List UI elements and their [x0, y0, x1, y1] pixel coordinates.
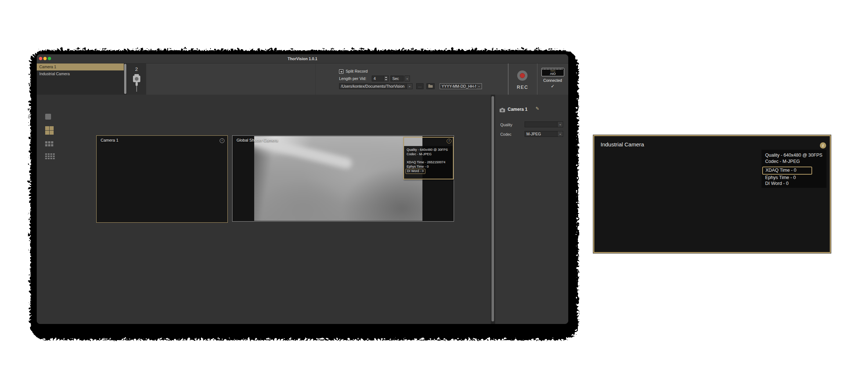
camera-list-item-camera-1[interactable]: Camera 1: [37, 63, 124, 70]
stepper-arrows[interactable]: [383, 76, 388, 81]
camera-icon: [500, 108, 505, 112]
toolbar: Camera 1 Industrial Camera 2 Split Recor…: [37, 63, 568, 95]
camera-settings-panel: Camera 1 ✎ Quality ⌄ Codec M-JPEG ⌄: [495, 95, 568, 324]
toolbar-separator: [508, 63, 508, 95]
toolbar-separator: [315, 63, 316, 95]
stat-xdaq-time: XDAQ Time - 2652150074: [407, 160, 453, 165]
length-per-vid-stepper[interactable]: 4: [372, 76, 389, 81]
stat-ephys-time: Ephys Time - 0: [765, 175, 826, 181]
quality-value: [525, 122, 557, 127]
edit-name-button[interactable]: ✎: [536, 106, 539, 111]
stat-quality: Quality - 640x480 @ 30FPS: [765, 152, 826, 158]
layout-4x3-button[interactable]: [45, 153, 55, 160]
camera-panel-title: Camera 1: [101, 138, 118, 142]
viewport-area: Camera 1 i Global Shutter Camera i Quali…: [37, 95, 491, 324]
connection-status-label: Connected: [537, 78, 568, 83]
length-unit-select[interactable]: ⌄: [404, 76, 410, 81]
quality-label: Quality: [500, 123, 512, 127]
chevron-down-icon: ⌄: [557, 122, 563, 127]
chevron-down-icon: ⌄: [405, 76, 410, 81]
detached-window-title: Industrial Camera: [601, 141, 644, 147]
stat-quality: Quality - 640x480 @ 30FPS: [407, 148, 453, 152]
stat-codec: Codec - M-JPEG: [765, 158, 826, 165]
length-unit-value[interactable]: Sec: [390, 76, 404, 81]
filename-format-select[interactable]: YYYY-MM-DD_HH-MM-SS ⌄: [440, 83, 482, 89]
camera-list-scrollbar[interactable]: [124, 63, 127, 95]
desktop: { "colors": { "accent_gold": "#b49c67", …: [0, 0, 868, 390]
stat-codec: Codec - M-JPEG: [407, 152, 453, 157]
stats-overlay: Quality - 640x480 @ 30FPS Codec - M-JPEG…: [404, 146, 453, 179]
info-icon[interactable]: i: [220, 138, 224, 143]
stats-overlay-highlight: i Quality - 640x480 @ 30FPS Codec - M-JP…: [403, 137, 454, 179]
titlebar: ThorVision 1.0.1: [37, 54, 568, 63]
content-area: Camera 1 i Global Shutter Camera i Quali…: [37, 95, 568, 324]
open-folder-button[interactable]: [426, 83, 435, 89]
split-record-label: Split Record: [346, 69, 368, 73]
record-button[interactable]: [517, 70, 527, 81]
device-brand-label: XDAQ: [544, 70, 562, 72]
info-icon[interactable]: i: [820, 142, 826, 149]
window-title: ThorVision 1.0.1: [37, 54, 568, 63]
settings-panel-scrollbar[interactable]: [491, 95, 495, 324]
detached-camera-window[interactable]: Industrial Camera i Quality - 640x480 @ …: [593, 135, 831, 253]
codec-label: Codec: [500, 132, 511, 136]
usb-status-panel: 2: [127, 63, 146, 95]
layout-3x2-button[interactable]: [45, 141, 53, 146]
usb-device-count: 2: [127, 66, 146, 72]
layout-2x2-button[interactable]: [45, 126, 54, 135]
codec-value: M-JPEG: [525, 131, 557, 136]
length-per-vid-label: Length per Vid:: [339, 76, 366, 81]
chevron-down-icon: ⌄: [476, 84, 482, 89]
main-window: ThorVision 1.0.1 Camera 1 Industrial Cam…: [37, 54, 568, 324]
stat-di-word: DI Word - 0: [406, 169, 425, 174]
chevron-down-icon: ⌄: [557, 131, 563, 136]
camera-panel-title: Global Shutter Camera: [237, 138, 278, 142]
camera-video-frame: [254, 136, 422, 221]
stat-ephys-time: Ephys Time - 0: [407, 165, 453, 169]
folder-icon: [428, 85, 433, 88]
camera-list: Camera 1 Industrial Camera: [37, 63, 124, 95]
camera-panel-camera-1[interactable]: Camera 1 i: [96, 135, 228, 223]
stat-di-word: DI Word - 0: [765, 181, 826, 187]
stats-overlay: Quality - 640x480 @ 30FPS Codec - M-JPEG…: [761, 150, 826, 188]
camera-panel-global-shutter[interactable]: Global Shutter Camera i Quality - 640x48…: [232, 135, 454, 222]
browse-path-button[interactable]: …: [416, 83, 424, 89]
split-record-checkbox[interactable]: [339, 69, 343, 74]
quality-select[interactable]: ⌄: [525, 121, 563, 127]
xdaq-aio-device-icon: XDAQ AIO: [541, 68, 564, 76]
camera-list-item-industrial-camera[interactable]: Industrial Camera: [37, 70, 124, 77]
settings-camera-name: Camera 1: [508, 107, 527, 112]
length-value[interactable]: 4: [372, 76, 383, 81]
record-button-label: REC: [508, 85, 537, 90]
codec-select[interactable]: M-JPEG ⌄: [525, 131, 563, 137]
check-icon: ✓: [537, 84, 568, 89]
filename-format-value: YYYY-MM-DD_HH-MM-SS: [440, 84, 476, 89]
usb-connector-icon: [131, 73, 142, 92]
chevron-down-icon: ⌄: [407, 84, 412, 89]
save-path-value: /Users/kontex/Documents/ThorVision: [339, 84, 407, 89]
save-path-select[interactable]: /Users/kontex/Documents/ThorVision ⌄: [339, 83, 413, 89]
stat-xdaq-time-highlight: XDAQ Time - 0: [762, 167, 812, 175]
layout-1x1-button[interactable]: [45, 114, 51, 120]
device-model-label: AIO: [542, 72, 564, 76]
info-icon[interactable]: i: [447, 139, 451, 143]
